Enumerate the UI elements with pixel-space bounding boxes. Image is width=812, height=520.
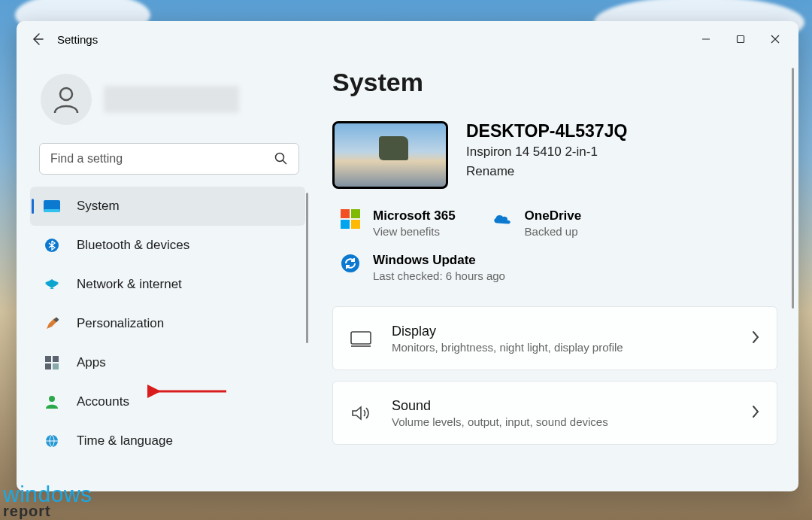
svg-rect-9 (45, 356, 51, 362)
sidebar-item-label: System (77, 199, 120, 214)
device-thumbnail[interactable] (332, 121, 448, 189)
status-sub: Last checked: 6 hours ago (373, 269, 505, 282)
status-title: Microsoft 365 (373, 208, 456, 224)
sidebar-nav: System Bluetooth & devices Network & int… (30, 187, 305, 461)
status-title: OneDrive (525, 208, 582, 224)
wifi-icon (44, 276, 60, 293)
sound-icon (350, 404, 372, 422)
maximize-icon (736, 35, 745, 44)
close-button[interactable] (758, 21, 792, 57)
sidebar-item-label: Apps (77, 355, 106, 370)
sidebar-item-personalization[interactable]: Personalization (30, 304, 305, 343)
windows-update-icon (340, 253, 361, 274)
svg-rect-12 (53, 363, 59, 369)
user-name-redacted (104, 86, 239, 113)
svg-rect-16 (341, 209, 350, 218)
sidebar-item-label: Bluetooth & devices (77, 238, 189, 253)
maximize-button[interactable] (723, 21, 758, 57)
system-icon (44, 198, 60, 214)
back-arrow-icon (30, 32, 45, 47)
svg-point-20 (341, 254, 359, 272)
chevron-right-icon (751, 405, 760, 421)
sidebar-item-label: Personalization (77, 316, 164, 331)
status-sub: View benefits (373, 225, 456, 238)
bluetooth-icon (44, 237, 60, 254)
svg-point-13 (49, 396, 55, 402)
sidebar-item-apps[interactable]: Apps (30, 343, 305, 382)
search-input[interactable]: Find a setting (39, 143, 299, 175)
status-sub: Backed up (525, 225, 582, 238)
svg-rect-6 (44, 209, 60, 212)
card-sub: Monitors, brightness, night light, displ… (392, 341, 623, 354)
accounts-icon (44, 394, 60, 410)
sidebar-item-network[interactable]: Network & internet (30, 265, 305, 304)
app-title: Settings (57, 33, 98, 46)
display-icon (350, 330, 372, 348)
svg-line-4 (283, 160, 286, 164)
svg-rect-10 (53, 356, 59, 362)
settings-window: Settings Find a setting (17, 21, 798, 491)
sidebar-item-bluetooth[interactable]: Bluetooth & devices (30, 226, 305, 265)
minimize-icon (701, 35, 710, 44)
main-scrollbar[interactable] (792, 68, 794, 309)
sidebar-item-label: Time & language (77, 433, 173, 449)
svg-rect-21 (351, 332, 371, 344)
status-title: Windows Update (373, 253, 505, 268)
svg-point-3 (276, 154, 284, 162)
sidebar-item-accounts[interactable]: Accounts (30, 382, 305, 421)
apps-icon (44, 354, 60, 371)
back-button[interactable] (23, 32, 53, 47)
close-icon (771, 35, 780, 44)
chevron-right-icon (751, 330, 760, 347)
microsoft-logo-icon (340, 208, 361, 230)
sidebar: Find a setting System Bluetooth & device… (17, 57, 317, 491)
status-onedrive[interactable]: OneDrive Backed up (492, 208, 582, 238)
svg-rect-1 (738, 36, 744, 43)
device-name: DESKTOP-4L537JQ (466, 121, 627, 141)
svg-rect-11 (45, 363, 51, 369)
rename-link[interactable]: Rename (466, 164, 627, 179)
device-model: Inspiron 14 5410 2-in-1 (466, 144, 627, 160)
search-icon (274, 152, 288, 166)
profile-section[interactable] (33, 65, 305, 138)
main-content: System DESKTOP-4L537JQ Inspiron 14 5410 … (317, 57, 798, 491)
svg-rect-19 (351, 220, 360, 229)
search-placeholder: Find a setting (50, 152, 123, 166)
sidebar-item-label: Network & internet (77, 277, 182, 292)
svg-rect-18 (341, 220, 350, 229)
titlebar: Settings (17, 21, 798, 57)
avatar (41, 74, 92, 125)
card-title: Display (392, 324, 623, 339)
device-header: DESKTOP-4L537JQ Inspiron 14 5410 2-in-1 … (332, 121, 777, 189)
status-m365[interactable]: Microsoft 365 View benefits (340, 208, 456, 238)
card-sub: Volume levels, output, input, sound devi… (392, 415, 608, 428)
person-icon (51, 84, 81, 114)
card-sound[interactable]: Sound Volume levels, output, input, soun… (332, 381, 777, 445)
card-display[interactable]: Display Monitors, brightness, night ligh… (332, 306, 777, 370)
status-windows-update[interactable]: Windows Update Last checked: 6 hours ago (332, 253, 777, 282)
onedrive-icon (492, 208, 513, 230)
svg-point-2 (60, 88, 72, 100)
card-title: Sound (392, 398, 608, 414)
minimize-button[interactable] (689, 21, 723, 57)
sidebar-scrollbar[interactable] (306, 193, 308, 343)
svg-rect-17 (351, 209, 360, 218)
time-language-icon (44, 433, 60, 449)
sidebar-item-label: Accounts (77, 394, 129, 409)
personalization-icon (44, 315, 60, 332)
sidebar-item-system[interactable]: System (30, 187, 305, 226)
sidebar-item-time-language[interactable]: Time & language (30, 421, 305, 461)
page-title: System (332, 68, 777, 97)
